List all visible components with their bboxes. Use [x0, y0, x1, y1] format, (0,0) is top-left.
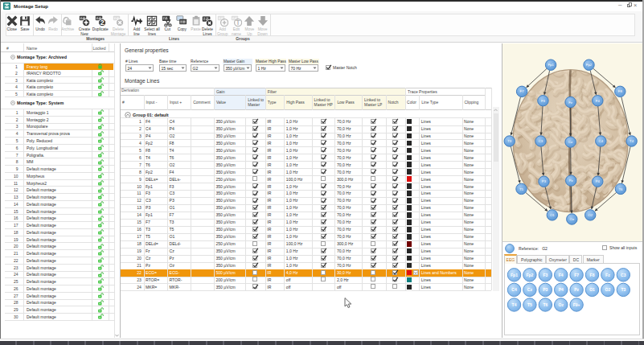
svg-text:T: T [236, 19, 240, 27]
svg-text:T5: T5 [519, 187, 524, 191]
svg-text:P4: P4 [596, 179, 601, 183]
svg-text:F8: F8 [589, 273, 594, 277]
svg-text:F3: F3 [541, 99, 546, 103]
svg-text:2: 2 [100, 18, 104, 27]
svg-text:C3: C3 [621, 273, 626, 277]
svg-text:Pz: Pz [574, 287, 579, 292]
svg-text:F7: F7 [520, 89, 525, 93]
svg-text:C3: C3 [539, 139, 544, 143]
svg-text:T6: T6 [618, 187, 623, 191]
svg-text:P3: P3 [542, 179, 547, 183]
svg-text:T5: T5 [527, 302, 531, 307]
svg-text:Fz: Fz [605, 273, 610, 277]
svg-text:Pz: Pz [569, 179, 573, 183]
svg-text:C4: C4 [511, 287, 517, 292]
svg-text:Fp1: Fp1 [511, 273, 518, 277]
svg-text:Fp2: Fp2 [526, 273, 533, 277]
svg-text:T3: T3 [621, 287, 626, 292]
svg-text:Cz: Cz [568, 140, 572, 144]
svg-text:T4: T4 [511, 302, 516, 307]
svg-text:O2: O2 [588, 213, 593, 217]
svg-text:F7: F7 [574, 273, 579, 277]
svg-text:T3: T3 [507, 139, 512, 143]
svg-text:Cz: Cz [527, 287, 532, 292]
svg-text:C4: C4 [599, 139, 604, 143]
svg-text:F9+: F9+ [572, 302, 580, 307]
svg-text:O1: O1 [589, 287, 595, 292]
svg-text:F4: F4 [596, 99, 601, 103]
svg-text:Fp1: Fp1 [548, 63, 554, 67]
svg-text:F3: F3 [543, 273, 548, 277]
svg-text:F4: F4 [558, 273, 563, 277]
svg-text:P3: P3 [543, 287, 548, 292]
svg-text:T6: T6 [543, 302, 548, 307]
svg-text:Oz: Oz [570, 217, 575, 221]
svg-text:Fp2: Fp2 [586, 63, 593, 67]
svg-text:Fz: Fz [568, 101, 572, 105]
svg-text:F8: F8 [618, 89, 623, 93]
svg-text:O2: O2 [605, 287, 610, 292]
svg-text:Oz: Oz [558, 302, 564, 307]
svg-text:P4: P4 [558, 287, 563, 292]
svg-text:T4: T4 [630, 139, 634, 143]
svg-text:O1: O1 [550, 213, 555, 217]
